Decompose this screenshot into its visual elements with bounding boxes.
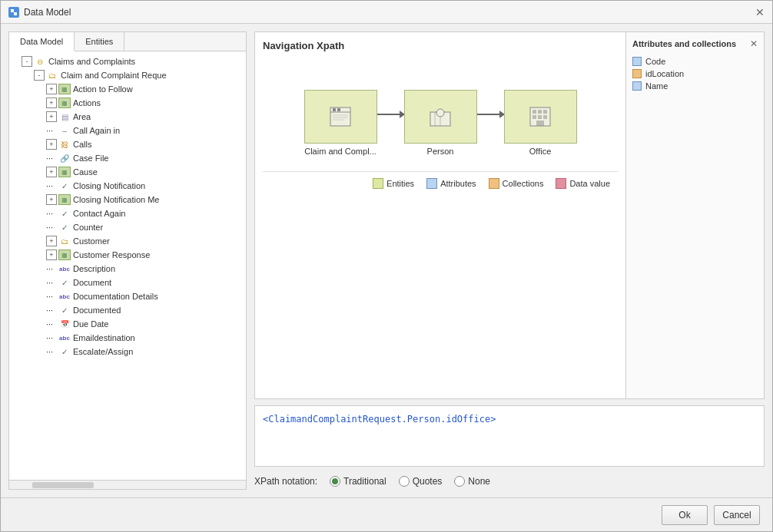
tree-item-actions[interactable]: + ▦ Actions xyxy=(9,96,246,110)
notation-label: XPath notation: xyxy=(254,476,317,487)
footer: Ok Cancel xyxy=(1,497,772,531)
tab-bar: Data Model Entities xyxy=(9,32,246,51)
tree-item-counter[interactable]: ··· ✓ Counter xyxy=(9,220,246,234)
tree-item-closingnotifme[interactable]: + ▦ Closing Notification Me xyxy=(9,193,246,207)
tree-item-customerresp[interactable]: + ▦ Customer Response xyxy=(9,248,246,262)
tree-label-actions: Actions xyxy=(73,98,101,107)
radio-none[interactable] xyxy=(454,476,465,487)
tree-item-calls[interactable]: + ⛓ Calls xyxy=(9,137,246,151)
tree-label-callagain: Call Again in xyxy=(73,126,120,135)
tree-label-ccr: Claim and Complaint Reque xyxy=(61,71,167,80)
attr-close-button[interactable]: ✕ xyxy=(750,38,758,49)
tree-item-atf[interactable]: + ▦ Action to Follow xyxy=(9,82,246,96)
attr-label-code: Code xyxy=(645,57,665,66)
tree-item-contactagain[interactable]: ··· ✓ Contact Again xyxy=(9,207,246,220)
icon-contactagain: ✓ xyxy=(58,208,71,219)
icon-duedate: 📅 xyxy=(58,319,71,329)
svg-rect-18 xyxy=(532,115,536,119)
expander-area[interactable]: + xyxy=(46,111,57,122)
close-button[interactable]: ✕ xyxy=(755,7,765,18)
tree-label-docdetails: Documentation Details xyxy=(73,292,158,301)
notation-quotes[interactable]: Quotes xyxy=(399,476,443,487)
tree-item-docdetails[interactable]: ··· abc Documentation Details xyxy=(9,289,246,303)
node-office: Office xyxy=(504,90,577,156)
svg-point-11 xyxy=(436,109,444,117)
tree-label-calls: Calls xyxy=(73,140,91,149)
expander-claims[interactable]: - xyxy=(22,56,32,67)
tree-item-claims[interactable]: - ⊖ Claims and Complaints xyxy=(9,55,246,68)
icon-counter: ✓ xyxy=(58,222,71,233)
tab-entities[interactable]: Entities xyxy=(75,32,124,51)
tree-item-cause[interactable]: + ▦ Cause xyxy=(9,165,246,179)
icon-docdetails: abc xyxy=(58,291,71,302)
title-bar: Data Model ✕ xyxy=(1,1,772,24)
expander-ccr[interactable]: - xyxy=(34,70,45,81)
tree-label-closingnotif: Closing Notification xyxy=(73,181,145,190)
table-icon-customerresp: ▦ xyxy=(58,249,71,260)
tree-item-escalate[interactable]: ··· ✓ Escalate/Assign xyxy=(9,345,246,359)
tree-item-description[interactable]: ··· abc Description xyxy=(9,262,246,276)
tree-item-customer[interactable]: + 🗂 Customer xyxy=(9,234,246,248)
tree-label-escalate: Escalate/Assign xyxy=(73,347,133,356)
tree-item-emaildest[interactable]: ··· abc Emaildestination xyxy=(9,331,246,345)
node-label-office: Office xyxy=(529,147,552,156)
node-label-person: Person xyxy=(427,147,454,156)
radio-traditional[interactable] xyxy=(330,476,340,487)
tree-label-area: Area xyxy=(73,112,91,121)
tree-item-document[interactable]: ··· ✓ Document xyxy=(9,276,246,289)
expander-atf[interactable]: + xyxy=(46,84,57,94)
tree-area[interactable]: - ⊖ Claims and Complaints - 🗂 Claim and … xyxy=(9,51,246,480)
folder-icon-ccr: 🗂 xyxy=(46,70,58,81)
notation-none[interactable]: None xyxy=(454,476,490,487)
tree-label-description: Description xyxy=(73,264,115,273)
svg-rect-17 xyxy=(543,110,547,114)
tree-item-area[interactable]: + ▤ Area xyxy=(9,110,246,124)
tree-label-cause: Cause xyxy=(73,167,98,177)
legend-entities: Entities xyxy=(373,178,414,189)
nav-section: Navigation Xpath xyxy=(254,31,765,399)
notation-bar: XPath notation: Traditional Quotes None xyxy=(254,473,765,490)
tree-label-duedate: Due Date xyxy=(73,319,108,329)
connector-1 xyxy=(377,114,404,115)
diagram-node-claim xyxy=(304,90,377,144)
node-icon-office xyxy=(505,91,576,143)
svg-rect-21 xyxy=(536,121,544,126)
expander-customer[interactable]: + xyxy=(46,236,57,246)
svg-rect-16 xyxy=(538,110,542,114)
node-person: Person xyxy=(404,90,477,156)
expander-actions[interactable]: + xyxy=(46,97,57,108)
cancel-button[interactable]: Cancel xyxy=(714,505,760,525)
svg-rect-2 xyxy=(14,12,17,15)
expander-cause[interactable]: + xyxy=(46,167,57,177)
diagram-node-office xyxy=(504,90,577,144)
ok-button[interactable]: Ok xyxy=(662,505,708,525)
expander-calls[interactable]: + xyxy=(46,139,57,150)
attr-header: Attributes and collections ✕ xyxy=(632,38,758,49)
notation-traditional-label: Traditional xyxy=(343,476,386,487)
radio-quotes[interactable] xyxy=(399,476,410,487)
icon-emaildest: abc xyxy=(58,332,71,343)
icon-calls: ⛓ xyxy=(58,139,71,150)
tab-data-model[interactable]: Data Model xyxy=(9,32,75,51)
attr-label-idlocation: idLocation xyxy=(645,69,684,78)
tree-label-counter: Counter xyxy=(73,223,103,232)
legend-box-entities xyxy=(373,178,383,189)
expander-closingnotifme[interactable]: + xyxy=(46,194,57,205)
notation-traditional[interactable]: Traditional xyxy=(330,476,386,487)
tree-label-casefile: Case File xyxy=(73,154,108,163)
icon-documented: ✓ xyxy=(58,305,71,316)
main-window: Data Model ✕ Data Model Entities - ⊖ Cla… xyxy=(0,0,773,532)
tree-item-duedate[interactable]: ··· 📅 Due Date xyxy=(9,317,246,331)
tree-item-casefile[interactable]: ··· 🔗 Case File xyxy=(9,151,246,165)
expander-customerresp[interactable]: + xyxy=(46,249,57,260)
horizontal-scrollbar[interactable] xyxy=(9,480,246,489)
connector-2 xyxy=(477,114,504,115)
tree-item-callagain[interactable]: ··· – Call Again in xyxy=(9,124,246,137)
tree-item-ccr[interactable]: - 🗂 Claim and Complaint Reque xyxy=(9,68,246,82)
attr-box-code xyxy=(632,57,642,66)
tree-item-documented[interactable]: ··· ✓ Documented xyxy=(9,303,246,317)
tree-label-claims: Claims and Complaints xyxy=(48,57,135,66)
attr-title: Attributes and collections xyxy=(632,39,736,48)
tree-item-closingnotif[interactable]: ··· ✓ Closing Notification xyxy=(9,179,246,193)
tree-label-contactagain: Contact Again xyxy=(73,209,126,218)
